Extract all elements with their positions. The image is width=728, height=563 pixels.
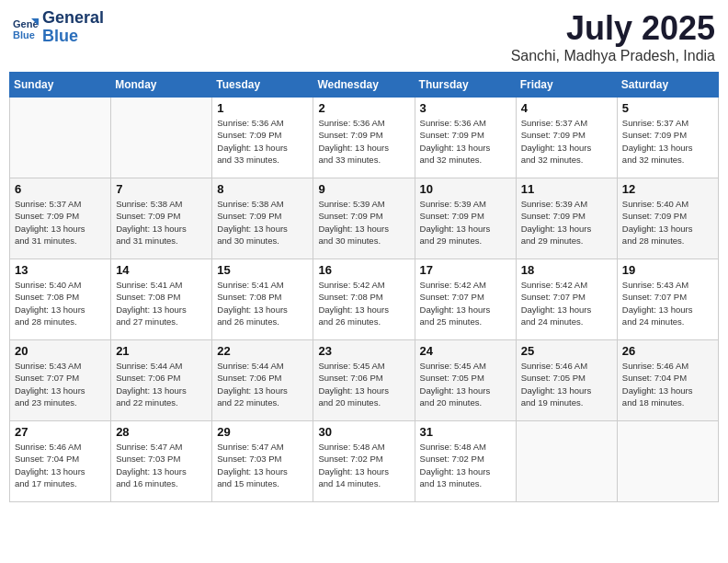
day-number: 20 — [15, 344, 106, 358]
calendar-cell: 28Sunrise: 5:47 AMSunset: 7:03 PMDayligh… — [111, 421, 212, 502]
cell-info-line: Sunrise: 5:38 AM — [116, 198, 207, 210]
calendar-week-row: 20Sunrise: 5:43 AMSunset: 7:07 PMDayligh… — [10, 340, 719, 421]
calendar-cell: 12Sunrise: 5:40 AMSunset: 7:09 PMDayligh… — [617, 178, 718, 259]
calendar-cell: 27Sunrise: 5:46 AMSunset: 7:04 PMDayligh… — [10, 421, 111, 502]
calendar-cell: 7Sunrise: 5:38 AMSunset: 7:09 PMDaylight… — [111, 178, 212, 259]
logo: General Blue General Blue — [13, 9, 104, 46]
day-number: 7 — [116, 182, 207, 196]
day-number: 21 — [116, 344, 207, 358]
calendar-cell — [617, 421, 718, 502]
cell-info-line: Sunrise: 5:45 AM — [420, 360, 511, 372]
cell-info-line: Sunset: 7:09 PM — [420, 129, 511, 141]
weekday-header-friday: Friday — [516, 73, 617, 98]
cell-info-line: Daylight: 13 hours — [420, 465, 511, 477]
calendar-cell: 29Sunrise: 5:47 AMSunset: 7:03 PMDayligh… — [212, 421, 313, 502]
weekday-header-sunday: Sunday — [10, 73, 111, 98]
calendar-cell: 9Sunrise: 5:39 AMSunset: 7:09 PMDaylight… — [313, 178, 415, 259]
calendar-cell: 16Sunrise: 5:42 AMSunset: 7:08 PMDayligh… — [313, 259, 415, 340]
cell-info-line: and 32 minutes. — [420, 154, 511, 166]
cell-info-line: Sunrise: 5:39 AM — [318, 198, 409, 210]
calendar-cell: 4Sunrise: 5:37 AMSunset: 7:09 PMDaylight… — [516, 98, 617, 178]
day-number: 29 — [217, 425, 308, 439]
cell-info-line: and 23 minutes. — [15, 396, 106, 408]
cell-info-line: and 33 minutes. — [318, 154, 409, 166]
cell-info-line: and 25 minutes. — [420, 316, 511, 327]
calendar-cell: 19Sunrise: 5:43 AMSunset: 7:07 PMDayligh… — [617, 259, 718, 340]
day-number: 25 — [521, 344, 612, 358]
day-number: 22 — [217, 344, 308, 358]
cell-info-line: Sunset: 7:09 PM — [318, 210, 409, 222]
cell-info-line: and 29 minutes. — [521, 235, 612, 247]
cell-info-line: Sunrise: 5:40 AM — [622, 198, 713, 210]
cell-info-line: Sunset: 7:03 PM — [116, 453, 207, 465]
day-number: 11 — [521, 182, 612, 196]
day-number: 17 — [420, 263, 511, 277]
cell-info-line: Sunrise: 5:39 AM — [420, 198, 511, 210]
page-header: General Blue General Blue July 2025 Sanc… — [9, 9, 719, 64]
cell-info-line: Sunrise: 5:36 AM — [217, 117, 308, 129]
cell-info-line: and 22 minutes. — [217, 396, 308, 408]
cell-info-line: Sunrise: 5:42 AM — [318, 279, 409, 291]
cell-info-line: and 18 minutes. — [622, 396, 713, 408]
cell-info-line: Sunset: 7:08 PM — [116, 291, 207, 303]
cell-info-line: Daylight: 13 hours — [15, 465, 106, 477]
cell-info-line: Sunrise: 5:46 AM — [622, 360, 713, 372]
weekday-header-tuesday: Tuesday — [212, 73, 313, 98]
day-number: 1 — [217, 101, 308, 115]
cell-info-line: Daylight: 13 hours — [622, 304, 713, 316]
cell-info-line: Sunset: 7:09 PM — [622, 210, 713, 222]
cell-info-line: Sunrise: 5:44 AM — [116, 360, 207, 372]
cell-info-line: Daylight: 13 hours — [420, 223, 511, 235]
cell-info-line: Daylight: 13 hours — [116, 465, 207, 477]
calendar-cell: 11Sunrise: 5:39 AMSunset: 7:09 PMDayligh… — [516, 178, 617, 259]
calendar-cell: 17Sunrise: 5:42 AMSunset: 7:07 PMDayligh… — [415, 259, 516, 340]
cell-info-line: Sunset: 7:09 PM — [521, 210, 612, 222]
cell-info-line: Sunset: 7:04 PM — [15, 453, 106, 465]
cell-info-line: Sunrise: 5:48 AM — [420, 441, 511, 453]
cell-info-line: Sunrise: 5:41 AM — [217, 279, 308, 291]
cell-info-line: Sunrise: 5:48 AM — [318, 441, 409, 453]
day-number: 23 — [318, 344, 409, 358]
cell-info-line: and 15 minutes. — [217, 477, 308, 489]
day-number: 10 — [420, 182, 511, 196]
cell-info-line: Sunset: 7:05 PM — [420, 372, 511, 384]
day-number: 27 — [15, 425, 106, 439]
day-number: 9 — [318, 182, 409, 196]
cell-info-line: Sunrise: 5:46 AM — [521, 360, 612, 372]
cell-info-line: Daylight: 13 hours — [217, 304, 308, 316]
cell-info-line: Sunset: 7:02 PM — [318, 453, 409, 465]
cell-info-line: Sunset: 7:06 PM — [217, 372, 308, 384]
cell-info-line: and 26 minutes. — [318, 316, 409, 327]
cell-info-line: Sunrise: 5:37 AM — [15, 198, 106, 210]
weekday-header-saturday: Saturday — [617, 73, 718, 98]
cell-info-line: Sunrise: 5:45 AM — [318, 360, 409, 372]
cell-info-line: Sunrise: 5:46 AM — [15, 441, 106, 453]
cell-info-line: and 29 minutes. — [420, 235, 511, 247]
cell-info-line: and 28 minutes. — [622, 235, 713, 247]
cell-info-line: Sunrise: 5:36 AM — [420, 117, 511, 129]
cell-info-line: Sunset: 7:06 PM — [116, 372, 207, 384]
cell-info-line: Sunset: 7:07 PM — [420, 291, 511, 303]
cell-info-line: and 20 minutes. — [420, 396, 511, 408]
weekday-header-wednesday: Wednesday — [313, 73, 415, 98]
cell-info-line: Daylight: 13 hours — [521, 385, 612, 396]
cell-info-line: Sunset: 7:06 PM — [318, 372, 409, 384]
day-number: 24 — [420, 344, 511, 358]
cell-info-line: Sunrise: 5:43 AM — [15, 360, 106, 372]
cell-info-line: Sunrise: 5:44 AM — [217, 360, 308, 372]
cell-info-line: Daylight: 13 hours — [217, 465, 308, 477]
cell-info-line: Daylight: 13 hours — [521, 304, 612, 316]
calendar-cell: 25Sunrise: 5:46 AMSunset: 7:05 PMDayligh… — [516, 340, 617, 421]
cell-info-line: Daylight: 13 hours — [622, 142, 713, 154]
cell-info-line: Daylight: 13 hours — [116, 304, 207, 316]
day-number: 14 — [116, 263, 207, 277]
cell-info-line: Daylight: 13 hours — [318, 465, 409, 477]
cell-info-line: Sunset: 7:08 PM — [318, 291, 409, 303]
cell-info-line: and 32 minutes. — [521, 154, 612, 166]
calendar-cell: 31Sunrise: 5:48 AMSunset: 7:02 PMDayligh… — [415, 421, 516, 502]
weekday-header-monday: Monday — [111, 73, 212, 98]
cell-info-line: and 19 minutes. — [521, 396, 612, 408]
calendar-cell: 18Sunrise: 5:42 AMSunset: 7:07 PMDayligh… — [516, 259, 617, 340]
cell-info-line: Daylight: 13 hours — [217, 385, 308, 396]
day-number: 13 — [15, 263, 106, 277]
